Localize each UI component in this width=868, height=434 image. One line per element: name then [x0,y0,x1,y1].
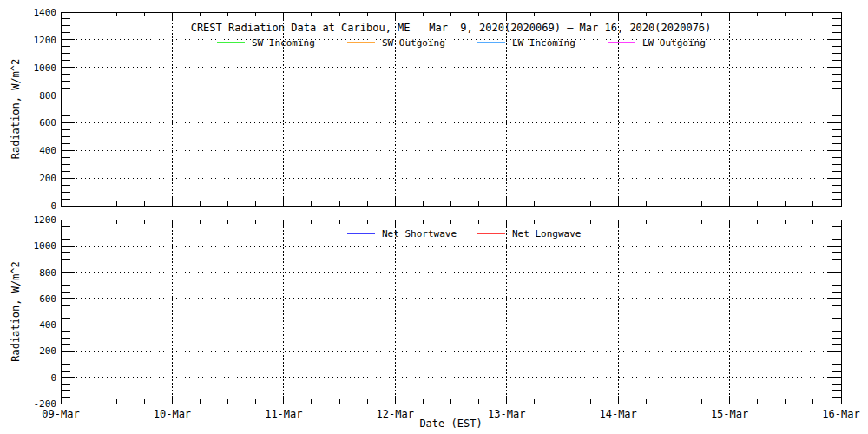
x-tick-label: 10-Mar [154,408,191,420]
y-axis-label: Radiation, W/m^2 [10,59,22,160]
y-tick-label: 1200 [34,214,57,226]
y-tick-label: 200 [39,345,56,357]
x-tick-label: 12-Mar [377,408,414,420]
legend-label: Net Longwave [512,228,581,240]
y-tick-label: 400 [39,319,56,331]
x-tick-label: 09-Mar [42,408,79,420]
y-tick-label: 0 [50,372,56,384]
y-tick-label: 800 [39,90,56,102]
radiation-plot-page: 0200400600800100012001400CREST Radiation… [0,0,868,434]
x-tick-label: 14-Mar [599,408,636,420]
x-tick-label: 16-Mar [822,408,859,420]
legend-label: LW Incoming [512,37,575,49]
y-tick-label: 800 [39,267,56,279]
y-axis-label: Radiation, W/m^2 [10,261,22,362]
legend-label: Net Shortwave [382,228,457,240]
x-tick-label: 15-Mar [711,408,748,420]
x-tick-label: 11-Mar [265,408,302,420]
radiation-chart: 0200400600800100012001400CREST Radiation… [0,0,868,434]
legend-label: LW Outgoing [642,37,706,49]
y-tick-label: 1000 [34,62,57,74]
y-tick-label: 0 [50,201,56,212]
legend-label: SW Outgoing [382,37,445,49]
chart-title: CREST Radiation Data at Caribou, ME Mar … [191,22,712,34]
y-tick-label: 1400 [34,7,57,18]
y-tick-label: 200 [39,173,56,184]
y-tick-label: 1200 [34,35,57,46]
x-axis-label: Date (EST) [419,418,482,430]
legend-label: SW Incoming [252,37,315,49]
x-tick-label: 13-Mar [488,408,525,420]
panel-1-frame [61,12,841,206]
y-tick-label: 1000 [34,240,57,252]
y-tick-label: 400 [39,145,56,156]
y-tick-label: 600 [39,117,56,128]
y-tick-label: 600 [39,293,56,305]
panel-2-frame [61,220,841,404]
